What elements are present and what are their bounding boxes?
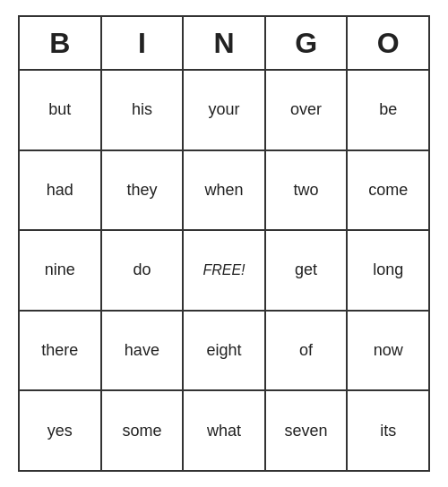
header-letter-g: G — [266, 17, 349, 69]
cell-3-0[interactable]: there — [20, 312, 102, 390]
cell-0-1[interactable]: his — [102, 71, 185, 150]
free-space-cell[interactable]: FREE! — [184, 231, 266, 310]
header-letter-n: N — [184, 17, 266, 69]
cell-1-0[interactable]: had — [20, 151, 102, 230]
header-letter-b: B — [20, 17, 102, 69]
bingo-row-4: yessomewhatsevenits — [20, 391, 428, 470]
bingo-row-2: ninedoFREE!getlong — [20, 231, 428, 312]
cell-1-1[interactable]: they — [102, 151, 185, 230]
cell-0-0[interactable]: but — [20, 71, 102, 150]
cell-0-4[interactable]: be — [348, 71, 428, 150]
cell-0-3[interactable]: over — [266, 71, 349, 150]
cell-4-0[interactable]: yes — [20, 391, 102, 470]
bingo-row-0: buthisyouroverbe — [20, 71, 428, 151]
cell-3-4[interactable]: now — [348, 312, 428, 390]
bingo-header: BINGO — [20, 17, 428, 71]
cell-1-3[interactable]: two — [266, 151, 349, 230]
cell-4-3[interactable]: seven — [266, 391, 349, 470]
bingo-row-1: hadtheywhentwocome — [20, 151, 428, 232]
cell-1-4[interactable]: come — [348, 151, 428, 230]
cell-1-2[interactable]: when — [184, 151, 266, 230]
cell-2-3[interactable]: get — [266, 231, 349, 310]
cell-4-2[interactable]: what — [184, 391, 266, 470]
cell-4-4[interactable]: its — [348, 391, 428, 470]
cell-3-3[interactable]: of — [266, 312, 349, 390]
cell-2-0[interactable]: nine — [20, 231, 102, 310]
bingo-body: buthisyouroverbehadtheywhentwocomeninedo… — [20, 71, 428, 470]
cell-2-1[interactable]: do — [102, 231, 185, 310]
cell-4-1[interactable]: some — [102, 391, 185, 470]
cell-2-4[interactable]: long — [348, 231, 428, 310]
header-letter-o: O — [348, 17, 428, 69]
cell-3-2[interactable]: eight — [184, 312, 266, 390]
bingo-row-3: therehaveeightofnow — [20, 312, 428, 392]
cell-3-1[interactable]: have — [102, 312, 185, 390]
bingo-card: BINGO buthisyouroverbehadtheywhentwocome… — [18, 15, 430, 472]
header-letter-i: I — [102, 17, 185, 69]
cell-0-2[interactable]: your — [184, 71, 266, 150]
